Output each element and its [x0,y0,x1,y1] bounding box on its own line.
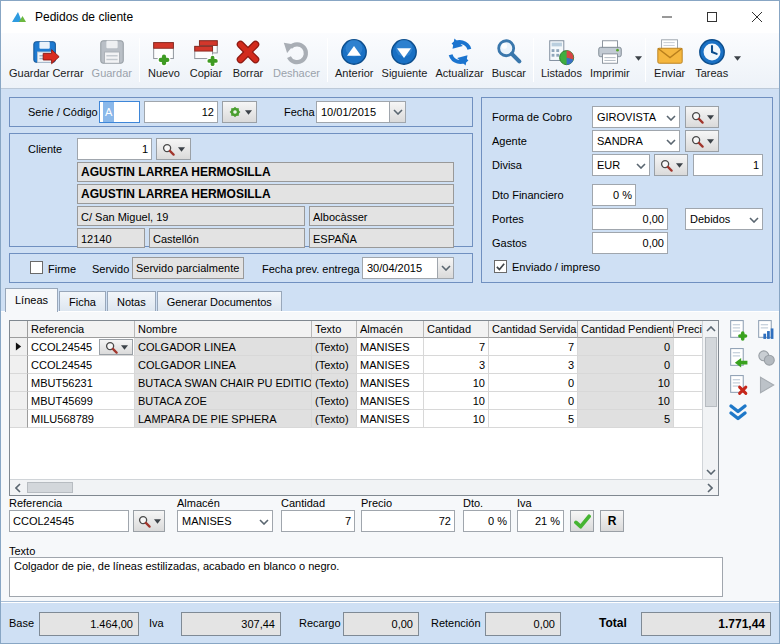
row-selector[interactable] [10,374,28,392]
edit-precio-input[interactable]: 72 [361,510,455,532]
scroll-right-icon[interactable] [704,480,716,495]
header-nombre[interactable]: Nombre [135,321,312,338]
cell-texto[interactable]: (Texto) [312,374,357,392]
header-precio[interactable]: Preci [674,321,704,338]
serie-input[interactable]: A [99,101,140,123]
cell-nombre[interactable]: COLGADOR LINEA [135,356,312,374]
cell-cantidad-servida[interactable]: 3 [489,356,578,374]
tab-generar-documentos[interactable]: Generar Documentos [157,291,282,312]
row-selector[interactable] [10,356,28,374]
enviado-impreso-checkbox[interactable] [494,260,507,273]
cell-nombre[interactable]: LAMPARA DE PIE SPHERA [135,410,312,428]
cell-precio[interactable] [674,374,704,392]
cell-almacen[interactable]: MANISES [357,410,424,428]
cell-precio[interactable] [674,392,704,410]
edit-referencia-lookup-button[interactable] [133,510,165,532]
tab-ficha[interactable]: Ficha [59,291,106,312]
borrar-button[interactable]: Borrar [227,36,269,80]
row-selector[interactable] [10,338,28,356]
horizontal-scroll-thumb[interactable] [27,482,73,493]
listados-button[interactable]: Listados [537,36,586,80]
codigo-input[interactable]: 12 [144,101,218,123]
table-row[interactable]: MBUT56231BUTACA SWAN CHAIR PU EDITIO(Tex… [10,374,704,392]
cell-texto[interactable]: (Texto) [312,356,357,374]
print-dropdown-icon[interactable] [635,56,642,61]
fecha-prev-entrega-field[interactable]: 30/04/2015 [362,257,454,279]
delete-line-icon[interactable] [727,374,749,396]
cell-referencia[interactable]: MILU568789 [28,410,135,428]
cell-cantidad-pendiente[interactable]: 10 [578,392,674,410]
scroll-left-icon[interactable] [12,480,24,495]
edit-iva-input[interactable]: 21 % [517,510,564,532]
cell-precio[interactable] [674,356,704,374]
referencia-lookup-button[interactable] [99,339,133,355]
vertical-scroll-thumb[interactable] [705,337,717,407]
edit-referencia-input[interactable]: CCOL24545 [9,510,129,532]
agente-lookup-button[interactable] [685,130,719,152]
forma-cobro-lookup-button[interactable] [685,106,719,128]
cell-cantidad-servida[interactable]: 5 [489,410,578,428]
header-cantidad-pendiente[interactable]: Cantidad Pendiente [578,321,674,338]
cell-precio[interactable] [674,410,704,428]
add-line-icon[interactable] [727,319,749,341]
cell-almacen[interactable]: MANISES [357,392,424,410]
edit-almacen-select[interactable]: MANISES [177,510,273,532]
cell-cantidad[interactable]: 10 [424,410,489,428]
cambio-input[interactable]: 1 [693,154,763,176]
tasks-dropdown-icon[interactable] [734,56,741,61]
insert-line-icon[interactable] [727,347,749,369]
cell-cantidad[interactable]: 10 [424,374,489,392]
codigo-options-button[interactable] [222,101,257,123]
cell-referencia[interactable]: MBUT56231 [28,374,135,392]
entrega-dropdown-button[interactable] [437,257,454,279]
portes-tipo-select[interactable]: Debidos [685,208,763,230]
cell-cantidad-servida[interactable]: 7 [489,338,578,356]
firme-checkbox[interactable] [30,261,43,274]
table-row[interactable]: MILU568789LAMPARA DE PIE SPHERA(Texto)MA… [10,410,704,428]
fecha-dropdown-button[interactable] [389,101,406,123]
edit-dto-input[interactable]: 0 % [463,510,511,532]
table-row[interactable]: CCOL24545COLGADOR LINEA(Texto)MANISES330 [10,356,704,374]
imprimir-button[interactable]: Imprimir [586,36,642,80]
texto-field[interactable]: Colgador de pie, de líneas estilizadas, … [9,557,723,597]
grid-horizontal-scrollbar[interactable] [10,479,718,495]
agente-select[interactable]: SANDRA [592,130,680,152]
edit-cantidad-input[interactable]: 7 [281,510,355,532]
cliente-codigo-input[interactable]: 1 [77,138,152,160]
cell-referencia[interactable]: CCOL24545 [28,338,135,356]
cell-nombre[interactable]: COLGADOR LINEA [135,338,312,356]
scroll-down-icon[interactable] [703,466,719,478]
minimize-button[interactable] [644,2,689,33]
cliente-lookup-button[interactable] [156,138,191,160]
actualizar-button[interactable]: Actualizar [431,36,487,80]
tab-lineas[interactable]: Líneas [5,288,58,312]
guardar-button[interactable]: Guardar [88,36,136,80]
cell-nombre[interactable]: BUTACA ZOE [135,392,312,410]
fecha-field[interactable]: 10/01/2015 [316,101,406,123]
cell-cantidad[interactable]: 7 [424,338,489,356]
cell-referencia[interactable]: CCOL24545 [28,356,135,374]
header-texto[interactable]: Texto [312,321,357,338]
anterior-button[interactable]: Anterior [331,36,378,80]
enviar-button[interactable]: Enviar [649,36,691,80]
r-button[interactable]: R [600,510,624,532]
cell-cantidad[interactable]: 3 [424,356,489,374]
header-cantidad[interactable]: Cantidad [424,321,489,338]
guardar-cerrar-button[interactable]: Guardar Cerrar [5,36,88,80]
accept-line-button[interactable] [570,510,594,532]
header-cantidad-servida[interactable]: Cantidad Servida [489,321,578,338]
portes-input[interactable]: 0,00 [592,208,668,230]
divisa-lookup-button[interactable] [654,154,688,176]
cell-cantidad-servida[interactable]: 0 [489,392,578,410]
cell-nombre[interactable]: BUTACA SWAN CHAIR PU EDITIO [135,374,312,392]
deshacer-button[interactable]: Deshacer [269,36,324,80]
forma-cobro-select[interactable]: GIROVISTA [592,106,680,128]
copiar-button[interactable]: Copiar [185,36,227,80]
dto-financiero-input[interactable]: 0 % [592,184,636,206]
nuevo-button[interactable]: Nuevo [143,36,185,80]
cell-precio[interactable] [674,338,704,356]
header-almacen[interactable]: Almacén [357,321,424,338]
line-totals-icon[interactable] [755,319,777,341]
row-selector[interactable] [10,410,28,428]
close-button[interactable] [734,2,779,33]
